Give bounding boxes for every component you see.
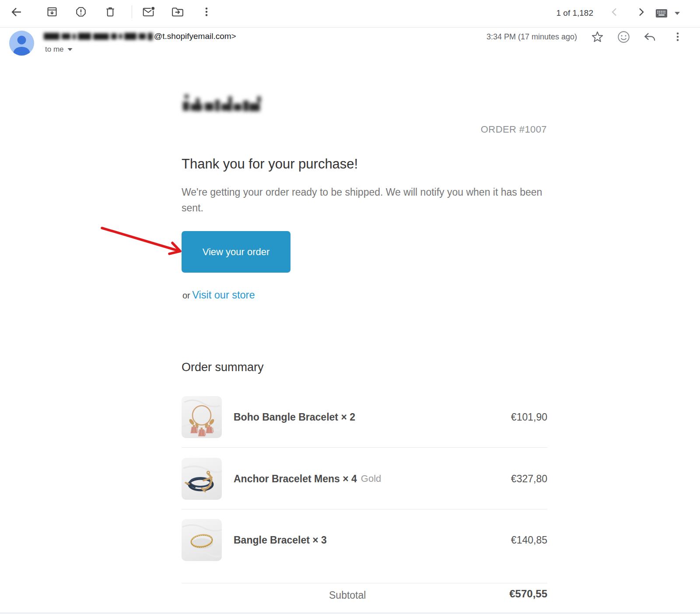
input-tools-caret-icon[interactable] bbox=[674, 11, 681, 16]
email-body: ORDER #1007 Thank you for your purchase!… bbox=[182, 0, 547, 614]
item-divider bbox=[182, 509, 547, 509]
viewport-bottom-edge bbox=[0, 612, 700, 614]
toolbar-divider bbox=[132, 5, 132, 18]
order-number: ORDER #1007 bbox=[481, 124, 547, 135]
order-status-text: We're getting your order ready to be shi… bbox=[182, 184, 545, 216]
recipient-dropdown[interactable]: to me bbox=[45, 45, 73, 54]
visit-store-link[interactable]: Visit our store bbox=[192, 289, 255, 301]
order-item-row: Boho Bangle Bracelet × 2 €101,90 bbox=[182, 396, 547, 438]
chevron-down-icon bbox=[67, 48, 73, 51]
delete-icon[interactable] bbox=[104, 6, 116, 18]
product-price: €327,80 bbox=[511, 473, 547, 485]
older-email-icon[interactable] bbox=[635, 6, 647, 18]
view-order-button[interactable]: View your order bbox=[182, 231, 290, 273]
product-image-anchor-bracelet bbox=[182, 458, 222, 500]
product-price: €101,90 bbox=[511, 411, 547, 423]
sender-name-redacted bbox=[44, 33, 153, 40]
emoji-reaction-icon[interactable] bbox=[617, 30, 630, 43]
subtotal-value: €570,55 bbox=[509, 588, 547, 600]
back-arrow-icon[interactable] bbox=[10, 6, 22, 18]
or-label: or bbox=[182, 291, 190, 300]
archive-icon[interactable] bbox=[46, 6, 58, 18]
product-image-bangle-bracelet bbox=[182, 519, 222, 561]
star-icon[interactable] bbox=[591, 30, 604, 43]
product-price: €140,85 bbox=[511, 534, 547, 546]
sender-avatar[interactable] bbox=[9, 31, 34, 56]
product-title: Boho Bangle Bracelet × 2 bbox=[234, 411, 355, 423]
reply-icon[interactable] bbox=[643, 30, 656, 43]
product-variant: Gold bbox=[361, 473, 381, 484]
product-title: Bangle Bracelet × 3 bbox=[234, 534, 327, 546]
order-summary-heading: Order summary bbox=[182, 361, 264, 374]
subtotal-label: Subtotal bbox=[329, 589, 366, 601]
store-logo-redacted bbox=[183, 92, 266, 118]
to-me-label: to me bbox=[45, 45, 64, 54]
pagination-count: 1 of 1,182 bbox=[556, 8, 593, 18]
report-spam-icon[interactable] bbox=[75, 6, 87, 18]
order-item-row: Anchor Bracelet Mens × 4 Gold €327,80 bbox=[182, 458, 547, 500]
product-image-boho-bangle bbox=[182, 396, 222, 438]
message-more-icon[interactable] bbox=[671, 30, 684, 43]
mark-unread-icon[interactable] bbox=[143, 6, 155, 18]
input-tools-keyboard-icon[interactable] bbox=[655, 7, 668, 19]
product-title: Anchor Bracelet Mens × 4 bbox=[234, 473, 357, 485]
summary-divider bbox=[182, 583, 547, 583]
order-item-row: Bangle Bracelet × 3 €140,85 bbox=[182, 519, 547, 561]
newer-email-icon[interactable] bbox=[609, 6, 621, 18]
red-annotation-arrow bbox=[98, 221, 186, 258]
store-link-line: or Visit our store bbox=[182, 289, 255, 301]
thank-you-heading: Thank you for your purchase! bbox=[182, 156, 358, 172]
item-divider bbox=[182, 447, 547, 448]
